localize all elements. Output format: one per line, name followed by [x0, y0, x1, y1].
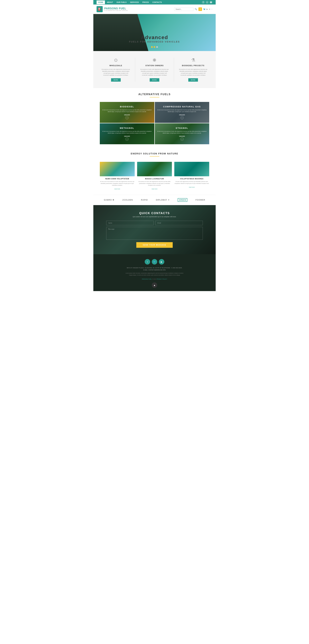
quick-contacts-content: QUICK CONTACTS Quis autem vel eum iure r… [106, 212, 203, 248]
partner-green[interactable]: green [178, 198, 187, 202]
energy-card-2-text: Eccusamus et iusto odio dignissimos duci… [137, 181, 172, 186]
section-underline [150, 97, 159, 98]
energy-station-img [100, 162, 135, 176]
energy-card-2-read-more[interactable]: read more [152, 188, 158, 190]
energy-card-2-title: MASSA LAOREETUM [137, 178, 172, 180]
contact-message-textarea[interactable] [106, 227, 203, 240]
phone-icon[interactable]: ☎ [210, 1, 212, 4]
nav-prices[interactable]: PRICES [141, 0, 150, 4]
youtube-header-icon[interactable]: ▶ [206, 8, 208, 10]
energy-card-1-title: NEMO ENIM VOLUPTATEM [100, 178, 135, 180]
hero-dots [151, 46, 158, 48]
hero-road-bg [154, 14, 216, 51]
biodiesel-projects-icon: ⚗ [179, 58, 208, 63]
yellow-highlight-box: f [198, 8, 202, 11]
energy-card-1-read-more[interactable]: read more [114, 188, 120, 190]
wholesale-title: WHOLESALE [102, 64, 130, 67]
qc-name-email-row [106, 221, 203, 225]
partner-rapid[interactable]: RAPID [141, 199, 148, 201]
partner-gabro[interactable]: GABRO ❋ [104, 199, 114, 201]
fuel-card-ethanol[interactable]: ETHANOL At vero eos et accusamus et iust… [155, 123, 210, 144]
wholesale-icon: ⊙ [102, 58, 130, 63]
methanol-name: METHANOL [120, 127, 134, 129]
hero-text: Advanced FUELS FOR ADVANCED VEHICLES [129, 34, 180, 43]
footer-description: Lorem ipsum dolor sit amet, consectetur … [124, 272, 185, 276]
methanol-overlay: METHANOL At vero eos et accusamus et ius… [100, 123, 154, 144]
alt-fuels-header: ALTERNATIVE FUELS [93, 88, 216, 102]
energy-card-1-text: At vero eos et accusamus et iusto odio d… [100, 181, 135, 186]
biodiesel-circle-icon: + [125, 116, 128, 119]
partner-diplomat[interactable]: DIPLOMAT ✦ [156, 199, 170, 201]
fuel-card-cng[interactable]: COMPRESSED NATURAL GAS At vero eos et ac… [155, 102, 210, 123]
quick-contacts-section: QUICK CONTACTS Quis autem vel eum iure r… [93, 205, 216, 254]
nav-about[interactable]: ABOUT [105, 0, 114, 4]
brand-name: PARSONS FUEL [104, 7, 128, 10]
footer-email: E-MAIL: CONTACT@DEMOLINK.ORG [100, 269, 209, 271]
quick-contacts-subtitle: Quis autem vel eum iure reprehenderit qu… [106, 216, 203, 218]
quick-contacts-title: QUICK CONTACTS [106, 212, 203, 215]
footer-twitter-icon[interactable]: 🐦 [152, 259, 157, 264]
search-input[interactable] [174, 8, 194, 11]
hero-subtitle: FUELS FOR ADVANCED VEHICLES [129, 40, 180, 43]
dot-2[interactable] [154, 46, 155, 48]
energy-card-3-read-more[interactable]: read more [189, 186, 194, 188]
footer-tumblr-icon[interactable]: t [145, 259, 150, 264]
station-owners-more-button[interactable]: MORE [150, 78, 159, 82]
contact-email-input[interactable] [155, 221, 203, 225]
nav-our-fuels[interactable]: OUR FUELS [115, 0, 128, 4]
dot-3[interactable] [156, 46, 158, 48]
square-icon[interactable]: ▪ [206, 1, 208, 4]
biodiesel-desc: At vero eos et accusamus et iusto odio d… [102, 109, 152, 112]
partner-zcolden[interactable]: ZCOLDEN [122, 199, 133, 201]
energy-nozzle-img [174, 162, 209, 176]
fuels-grid: BIODIESEL At vero eos et accusamus et iu… [93, 102, 216, 149]
fuel-card-biodiesel[interactable]: BIODIESEL At vero eos et accusamus et iu… [100, 102, 154, 123]
energy-section-title: ENERGY SOLUTION FROM NATURE [100, 152, 209, 155]
dot-1[interactable] [151, 46, 153, 48]
question-icon[interactable]: ? [202, 1, 205, 4]
rss-header-icon[interactable]: ~ [211, 8, 212, 10]
ethanol-read-more[interactable]: read more [179, 135, 185, 137]
contact-submit-button[interactable]: SEND YOUR MESSAGE [136, 242, 173, 248]
twitter-header-icon[interactable]: 🐦 [203, 8, 206, 10]
footer-brand-link[interactable]: PARSONS FUEL [142, 278, 152, 280]
cng-read-more[interactable]: read more [179, 114, 185, 115]
cng-name: COMPRESSED NATURAL GAS [163, 106, 201, 108]
service-biodiesel-projects: ⚗ BIODIESEL PROJECTS Eccusamus et iusto … [177, 56, 209, 83]
nav-home[interactable]: HOME [96, 0, 105, 4]
biodiesel-projects-more-button[interactable]: MORE [188, 78, 198, 82]
methanol-read-more[interactable]: read more [124, 135, 130, 137]
scroll-to-top-button[interactable]: ▲ [152, 282, 157, 288]
contact-name-input[interactable] [106, 221, 154, 225]
hero-title: Advanced [129, 34, 180, 40]
energy-grid: NEMO ENIM VOLUPTATEM At vero eos et accu… [100, 162, 209, 190]
nav-links: HOME ABOUT OUR FUELS SERVICES PRICES CON… [96, 0, 164, 4]
cng-desc: At vero eos et accusamus et iusto odio d… [157, 109, 207, 112]
search-button[interactable]: 🔍 [195, 8, 197, 10]
fuel-card-methanol[interactable]: METHANOL At vero eos et accusamus et ius… [100, 123, 154, 144]
energy-card-1: NEMO ENIM VOLUPTATEM At vero eos et accu… [100, 162, 135, 190]
service-wholesale: ⊙ WHOLESALE Eccusamus et iusto odio dign… [100, 56, 132, 83]
star-header-icon[interactable]: ★ [209, 8, 210, 10]
footer-social-icons: t 🐦 ▶ [100, 259, 209, 264]
nav-services[interactable]: SERVICES [128, 0, 140, 4]
site-header: ⛽ PARSONS FUEL & ALTERNATIVE FUELING STA… [93, 4, 216, 14]
methanol-circle-icon: + [125, 138, 128, 141]
energy-underline [150, 156, 159, 156]
biodiesel-name: BIODIESEL [120, 106, 134, 108]
wholesale-more-button[interactable]: MORE [111, 78, 121, 82]
ethanol-overlay: ETHANOL At vero eos et accusamus et iust… [155, 123, 210, 144]
service-station-owners: ❋ STATION OWNERS Eccusamus et iusto odio… [138, 56, 170, 83]
footer-legal: PARSONS FUEL © 2015 PRIVACY POLICY [100, 278, 209, 280]
ethanol-desc: At vero eos et accusamus et iusto odio d… [157, 130, 207, 134]
footer-privacy-policy-link[interactable]: PRIVACY POLICY [156, 278, 167, 280]
nav-contacts[interactable]: CONTACTS [151, 0, 164, 4]
header-right: 🔍 f 🐦 ▶ ★ ~ [174, 8, 212, 11]
energy-pumps-img [137, 162, 172, 176]
footer-youtube-icon[interactable]: ▶ [159, 259, 164, 264]
logo-icon: ⛽ [96, 6, 103, 12]
cng-overlay: COMPRESSED NATURAL GAS At vero eos et ac… [155, 102, 210, 123]
partner-foower[interactable]: FOOWER [196, 199, 205, 201]
footer-address: 9870 ST VINCENT PLACE, GLASGOW, DC 45 FR… [100, 267, 209, 268]
biodiesel-read-more[interactable]: read more [124, 114, 130, 115]
